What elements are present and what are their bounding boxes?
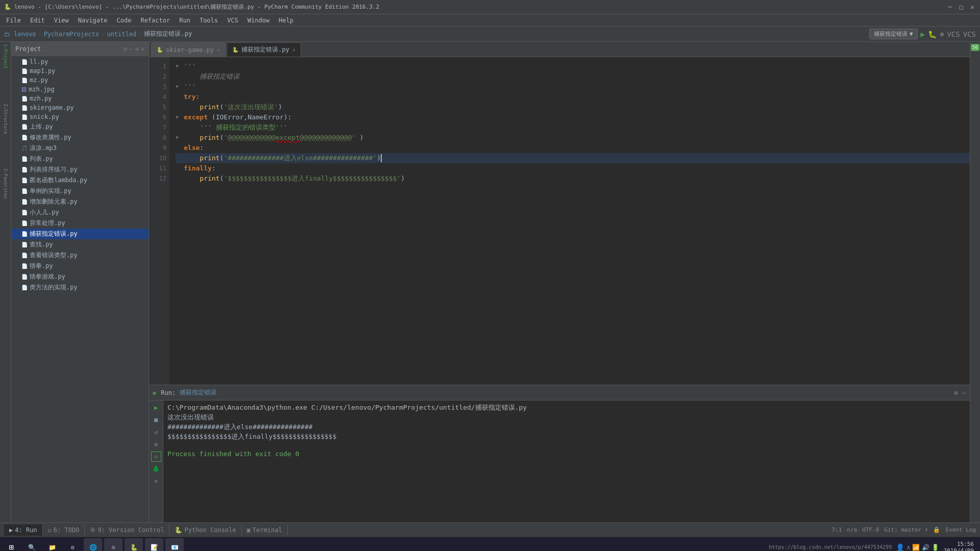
run-stop-button[interactable]: ■ (151, 415, 161, 425)
breadcrumb-lenovo[interactable]: 🗀 lenovo (4, 31, 36, 38)
list-item[interactable]: 📄skiergame.py (11, 103, 149, 112)
file-icon: 📄 (21, 231, 28, 237)
chrome-icon[interactable]: ⊙ (104, 538, 122, 552)
list-item[interactable]: 📄列表.py (11, 154, 149, 164)
list-item[interactable]: 📄snick.py (11, 112, 149, 121)
search-taskbar-icon[interactable]: 🔍 (22, 538, 41, 552)
list-item[interactable]: 📄猜拳.py (11, 261, 149, 271)
project-header: Project ⚙ − ≡ ✕ (11, 42, 149, 56)
person-icon[interactable]: 👤 (896, 543, 904, 552)
tab-skier-game[interactable]: 🐍 skier-game.py ✕ (151, 42, 226, 57)
list-item[interactable]: 📄猜拳游戏.py (11, 271, 149, 282)
list-item[interactable]: 📄单例的实现.py (11, 186, 149, 196)
tab-terminal[interactable]: ▣ Terminal (242, 524, 288, 536)
minimize-button[interactable]: ─ (946, 4, 953, 11)
close-button[interactable]: ✕ (969, 4, 976, 11)
run-button[interactable]: ▶ (921, 30, 925, 38)
menu-item-view[interactable]: View (50, 16, 73, 25)
tab-python-console[interactable]: 🐍 Python Console (169, 524, 241, 536)
pycharm-icon[interactable]: 🐍 (125, 538, 143, 552)
list-item[interactable]: 🖼mzh.jpg (11, 85, 149, 94)
list-item[interactable]: 📄mzh.py (11, 94, 149, 103)
volume-icon[interactable]: 🔊 (922, 544, 929, 551)
tab-todo[interactable]: ☑ 6: TODO (43, 524, 85, 536)
structure-icon[interactable]: Z:Structure (0, 102, 11, 136)
menu-item-window[interactable]: Window (243, 16, 274, 25)
list-item[interactable]: 📄上传.py (11, 121, 149, 132)
list-item[interactable]: 📄查找.py (11, 239, 149, 250)
tab-icon-active: 🐍 (232, 47, 238, 53)
list-item-selected[interactable]: 📄捕获指定错误.py (11, 229, 149, 239)
coverage-button[interactable]: ⊕ (940, 30, 944, 38)
tab-run[interactable]: ▶ 4: Run (4, 524, 43, 536)
edge-icon[interactable]: 🌐 (84, 538, 102, 552)
network-icon[interactable]: 📶 (912, 544, 920, 551)
list-item[interactable]: 📄类方法的实现.py (11, 282, 149, 293)
menu-item-file[interactable]: File (2, 16, 25, 25)
menu-item-navigate[interactable]: Navigate (74, 16, 112, 25)
code-text: , (243, 112, 248, 122)
vcs-update-button[interactable]: VCS (947, 30, 960, 38)
list-item[interactable]: 📄小人儿.py (11, 207, 149, 218)
right-badge[interactable]: 56 (971, 44, 979, 51)
word-icon[interactable]: 📝 (145, 538, 163, 552)
list-item[interactable]: 📄列表排序练习.py (11, 164, 149, 175)
event-log-button[interactable]: Event Log (945, 527, 976, 533)
menu-item-refactor[interactable]: Refactor (136, 16, 174, 25)
list-item[interactable]: 📄mz.py (11, 76, 149, 85)
start-button[interactable]: ⊞ (2, 538, 20, 552)
menu-item-code[interactable]: Code (113, 16, 136, 25)
menu-item-run[interactable]: Run (175, 16, 194, 25)
code-text: try (184, 92, 195, 102)
list-item[interactable]: 📄增加删除元素.py (11, 196, 149, 207)
run-play-button[interactable]: ▶ (151, 403, 161, 413)
code-editor[interactable]: 1 2 3 4 5 6 7 8 9 10 11 12 ▼ ''' (149, 57, 970, 385)
menu-item-edit[interactable]: Edit (26, 16, 49, 25)
run-filter-button[interactable]: ⊡ (151, 452, 161, 462)
tab-close-active-icon[interactable]: ✕ (292, 47, 296, 53)
menu-item-tools[interactable]: Tools (195, 16, 222, 25)
code-text: print (200, 102, 219, 112)
menu-item-vcs[interactable]: VCS (223, 16, 242, 25)
run-config-selector[interactable]: 捕获指定错误 ▼ (869, 29, 918, 39)
list-item[interactable]: 📄map1.py (11, 66, 149, 76)
list-item[interactable]: 📄异常处理.py (11, 218, 149, 229)
list-item[interactable]: 📄查看错误类型.py (11, 250, 149, 261)
list-item[interactable]: 🎵凉凉.mp3 (11, 143, 149, 154)
maximize-button[interactable]: □ (958, 4, 965, 11)
list-item[interactable]: 📄ll.py (11, 57, 149, 66)
vcs-button2[interactable]: VCS (963, 30, 976, 38)
breadcrumb-untitled[interactable]: untitled (107, 31, 136, 38)
menu-item-help[interactable]: Help (275, 16, 298, 25)
tab-version-control[interactable]: ⑨ 9: Version Control (85, 524, 169, 536)
project-collapse-icon[interactable]: − (129, 45, 133, 53)
file-explorer-icon[interactable]: 📁 (43, 538, 61, 552)
project-close-icon[interactable]: ✕ (141, 45, 144, 53)
breadcrumb-pycharmprojects[interactable]: PycharmProjects (44, 31, 99, 38)
settings-taskbar-icon[interactable]: ⚙ (63, 538, 82, 552)
minimize-icon[interactable]: − (962, 389, 966, 396)
run-scroll-button[interactable]: ≡ (151, 439, 161, 449)
fold-arrow[interactable]: ▼ (176, 61, 182, 71)
file-icon: 📄 (21, 274, 28, 280)
run-close-button[interactable]: ✕ (151, 476, 161, 486)
tab-close-icon[interactable]: ✕ (217, 47, 220, 53)
list-item[interactable]: 📄匿名函数lambda.py (11, 175, 149, 186)
list-item[interactable]: 📄修改类属性.py (11, 132, 149, 143)
mail-icon[interactable]: 📧 (165, 538, 184, 552)
breadcrumb-file[interactable]: 捕获指定错误.py (144, 30, 192, 38)
favorites-icon[interactable]: 2:Favorites (0, 166, 11, 201)
tab-capture-error[interactable]: 🐍 捕获指定错误.py ✕ (227, 42, 301, 57)
debug-button[interactable]: 🐛 (928, 30, 937, 38)
settings-icon[interactable]: ⚙ (954, 389, 958, 396)
run-tree-button[interactable]: 🌲 (151, 464, 161, 474)
project-settings-icon[interactable]: ⚙ (124, 45, 127, 53)
code-content[interactable]: ▼ ''' 捕获指定错误 ▼ ''' try: (169, 57, 970, 385)
project-expand-icon[interactable]: ≡ (135, 45, 139, 53)
menubar: FileEditViewNavigateCodeRefactorRunTools… (0, 14, 980, 27)
project-icon[interactable]: 1:Project (0, 42, 11, 71)
battery-icon[interactable]: 🔋 (932, 544, 939, 551)
editor-tabs: 🐍 skier-game.py ✕ 🐍 捕获指定错误.py ✕ (149, 42, 970, 57)
run-rerun-button[interactable]: ↺ (151, 427, 161, 437)
expand-tray-icon[interactable]: ∧ (906, 544, 910, 551)
